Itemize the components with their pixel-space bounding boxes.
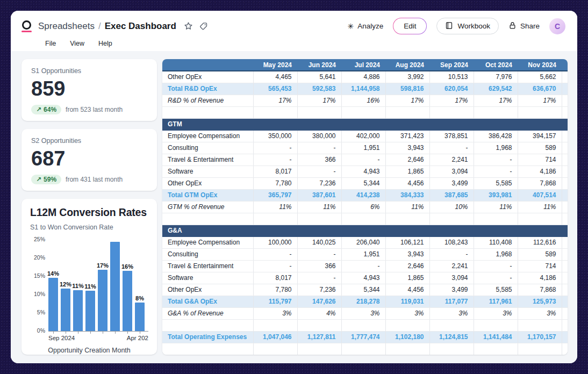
bar[interactable] xyxy=(135,303,145,331)
bar[interactable] xyxy=(123,271,132,331)
cell[interactable]: 206,040 xyxy=(341,236,385,248)
cell[interactable]: 17% xyxy=(253,95,297,106)
column-header[interactable]: Sep 2024 xyxy=(429,59,474,71)
cell[interactable]: 119,031 xyxy=(385,296,429,307)
cell[interactable] xyxy=(562,331,568,343)
cell[interactable]: 366 xyxy=(297,260,341,272)
analyze-button[interactable]: ✳ Analyze xyxy=(347,22,383,31)
cell[interactable]: 7,868 xyxy=(518,284,562,296)
row-label[interactable]: Consulting xyxy=(162,142,253,154)
star-icon[interactable] xyxy=(184,21,193,31)
cell[interactable]: 17% xyxy=(297,95,341,106)
cell[interactable] xyxy=(562,213,568,225)
cell[interactable]: 4,943 xyxy=(341,272,385,284)
cell[interactable] xyxy=(562,248,568,260)
cell[interactable]: 6% xyxy=(341,201,385,213)
cell[interactable]: 17% xyxy=(518,95,562,106)
cell[interactable]: 4% xyxy=(297,307,341,319)
cell[interactable]: 3,499 xyxy=(429,177,474,189)
cell[interactable] xyxy=(297,213,341,225)
cell[interactable]: 3% xyxy=(474,307,518,319)
cell[interactable]: 592,583 xyxy=(297,83,341,95)
cell[interactable] xyxy=(429,213,474,225)
column-header[interactable]: Oct 2024 xyxy=(474,59,518,71)
cell[interactable]: 4,465 xyxy=(253,71,297,83)
cell[interactable] xyxy=(562,106,568,118)
cell[interactable]: 8,017 xyxy=(253,272,297,284)
column-header[interactable]: Jun 2024 xyxy=(297,59,341,71)
cell[interactable]: 636,670 xyxy=(518,83,562,95)
cell[interactable]: 11% xyxy=(474,201,518,213)
cell[interactable] xyxy=(562,343,568,355)
cell[interactable]: 5,585 xyxy=(474,177,518,189)
tag-icon[interactable] xyxy=(199,21,209,31)
cell[interactable]: 1,127,811 xyxy=(297,331,341,343)
cell[interactable]: 620,054 xyxy=(429,83,474,95)
cell[interactable]: - xyxy=(253,248,297,260)
cell[interactable]: - xyxy=(474,166,518,177)
cell[interactable] xyxy=(474,319,518,331)
cell[interactable]: - xyxy=(297,142,341,154)
cell[interactable]: 3,943 xyxy=(385,142,429,154)
cell[interactable] xyxy=(297,343,341,355)
cell[interactable]: 110,408 xyxy=(474,236,518,248)
cell[interactable]: 1,047,046 xyxy=(253,331,297,343)
cell[interactable]: 117,077 xyxy=(429,296,474,307)
cell[interactable]: 4,943 xyxy=(341,166,385,177)
cell[interactable] xyxy=(562,189,568,201)
cell[interactable]: 112,616 xyxy=(518,236,562,248)
cell[interactable]: 371,423 xyxy=(385,130,429,142)
cell[interactable]: 7,236 xyxy=(297,177,341,189)
cell[interactable]: 16% xyxy=(341,95,385,106)
cell[interactable]: 384,333 xyxy=(385,189,429,201)
cell[interactable] xyxy=(518,106,562,118)
row-label[interactable]: Software xyxy=(162,166,253,177)
row-label[interactable]: Employee Compensation xyxy=(162,236,253,248)
cell[interactable] xyxy=(297,319,341,331)
row-label[interactable]: Travel & Entertainment xyxy=(162,154,253,166)
cell[interactable]: 125,973 xyxy=(518,296,562,307)
cell[interactable] xyxy=(518,343,562,355)
section-label[interactable]: GTM xyxy=(162,118,568,130)
cell[interactable] xyxy=(474,106,518,118)
column-header[interactable] xyxy=(162,59,253,71)
cell[interactable]: 3,992 xyxy=(385,71,429,83)
cell[interactable]: 11% xyxy=(385,201,429,213)
cell[interactable] xyxy=(341,213,385,225)
cell[interactable]: 3% xyxy=(341,307,385,319)
cell[interactable]: 4,456 xyxy=(385,177,429,189)
cell[interactable]: 589 xyxy=(518,142,562,154)
cell[interactable]: 714 xyxy=(518,260,562,272)
cell[interactable]: 366 xyxy=(297,154,341,166)
cell[interactable]: 365,797 xyxy=(253,189,297,201)
cell[interactable]: 106,121 xyxy=(385,236,429,248)
cell[interactable]: 108,243 xyxy=(429,236,474,248)
cell[interactable] xyxy=(429,319,474,331)
row-label[interactable] xyxy=(162,319,253,331)
cell[interactable]: 3% xyxy=(385,307,429,319)
bar[interactable] xyxy=(98,270,107,331)
cell[interactable] xyxy=(253,213,297,225)
cell[interactable] xyxy=(562,319,568,331)
cell[interactable]: 140,025 xyxy=(297,236,341,248)
cell[interactable] xyxy=(562,236,568,248)
share-button[interactable]: Share xyxy=(508,21,540,31)
cell[interactable] xyxy=(429,106,474,118)
cell[interactable]: 2,241 xyxy=(429,154,474,166)
cell[interactable]: 218,278 xyxy=(341,296,385,307)
cell[interactable]: 1,865 xyxy=(385,272,429,284)
cell[interactable]: - xyxy=(341,154,385,166)
cell[interactable]: - xyxy=(297,272,341,284)
cell[interactable]: 1,141,484 xyxy=(474,331,518,343)
cell[interactable] xyxy=(474,213,518,225)
cell[interactable] xyxy=(562,142,568,154)
cell[interactable] xyxy=(562,260,568,272)
cell[interactable]: 1,777,474 xyxy=(341,331,385,343)
cell[interactable]: 3,499 xyxy=(429,284,474,296)
cell[interactable]: 4,186 xyxy=(518,166,562,177)
row-label[interactable]: Other OpEx xyxy=(162,177,253,189)
cell[interactable] xyxy=(562,284,568,296)
cell[interactable]: 589 xyxy=(518,248,562,260)
cell[interactable] xyxy=(562,177,568,189)
bar[interactable] xyxy=(61,289,70,331)
